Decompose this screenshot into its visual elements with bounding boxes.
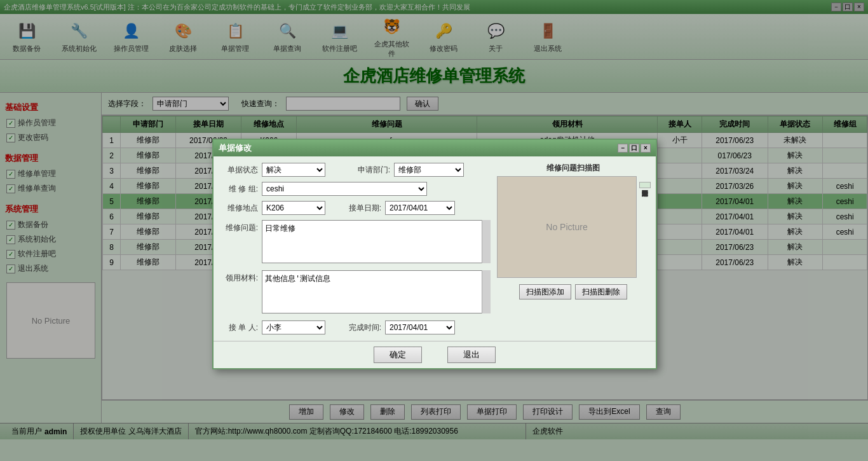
modal-title: 单据修改 <box>219 142 252 154</box>
person-label: 接 单 人: <box>220 322 258 333</box>
modal-maximize-btn[interactable]: 口 <box>629 144 639 153</box>
form-row-issue: 维修问题: 日常维修 <box>220 220 491 265</box>
scan-image-box[interactable]: No Picture <box>497 176 637 278</box>
material-label: 领用材料: <box>220 270 258 284</box>
material-textarea[interactable]: 其他信息'测试信息 <box>262 270 491 313</box>
status-select[interactable]: 解决 <box>262 163 325 177</box>
issue-textarea[interactable]: 日常维修 <box>262 220 491 263</box>
status-label: 单据状态 <box>220 165 258 175</box>
modal-left: 单据状态 解决 申请部门: 维修部 维 修 组: ceshi <box>220 163 491 334</box>
issue-label: 维修问题: <box>220 220 258 233</box>
scan-add-button[interactable]: 扫描图添加 <box>519 284 571 299</box>
modal-overlay: 单据修改 － 口 × 单据状态 解决 申请部门: 维 <box>0 0 868 461</box>
modal-titlebar: 单据修改 － 口 × <box>214 140 656 156</box>
form-row-group: 维 修 组: ceshi <box>220 182 491 196</box>
form-row-material: 领用材料: 其他信息'测试信息 <box>220 270 491 315</box>
modal-titlebar-controls[interactable]: － 口 × <box>618 144 651 153</box>
dept-label: 申请部门: <box>352 165 390 175</box>
person-select[interactable]: 小李 <box>262 320 325 334</box>
group-select[interactable]: ceshi <box>262 182 427 196</box>
scan-side-text[interactable]: 双击可以进行图片测察添加删除管理 <box>639 182 651 188</box>
modal-confirm-button[interactable]: 确定 <box>374 347 422 363</box>
scan-no-picture: No Picture <box>546 222 587 232</box>
group-label: 维 修 组: <box>220 184 258 195</box>
modal-close-btn[interactable]: × <box>641 144 651 153</box>
location-label: 维修地点 <box>220 203 258 214</box>
modal-dialog: 单据修改 － 口 × 单据状态 解决 申请部门: 维 <box>212 139 657 369</box>
form-row-status: 单据状态 解决 申请部门: 维修部 <box>220 163 491 177</box>
date-select[interactable]: 2017/04/01 <box>385 201 455 215</box>
scan-section-title: 维修问题扫描图 <box>497 163 649 174</box>
dept-select[interactable]: 维修部 <box>394 163 464 177</box>
form-row-location: 维修地点 K206 接单日期: 2017/04/01 <box>220 201 491 215</box>
finish-label: 完成时间: <box>343 322 381 333</box>
modal-footer: 确定 退出 <box>214 341 656 368</box>
form-row-person: 接 单 人: 小李 完成时间: 2017/04/01 <box>220 320 491 334</box>
modal-body: 单据状态 解决 申请部门: 维修部 维 修 组: ceshi <box>214 156 656 341</box>
scan-delete-button[interactable]: 扫描图删除 <box>575 284 627 299</box>
modal-right: 维修问题扫描图 No Picture 双击可以进行图片测察添加删除管理 扫描图添… <box>497 163 649 334</box>
location-select[interactable]: K206 <box>262 201 325 215</box>
modal-minimize-btn[interactable]: － <box>618 144 628 153</box>
date-label: 接单日期: <box>343 203 381 214</box>
scan-buttons: 扫描图添加 扫描图删除 <box>497 284 649 299</box>
modal-exit-button[interactable]: 退出 <box>447 347 496 363</box>
finish-select[interactable]: 2017/04/01 <box>385 320 455 334</box>
